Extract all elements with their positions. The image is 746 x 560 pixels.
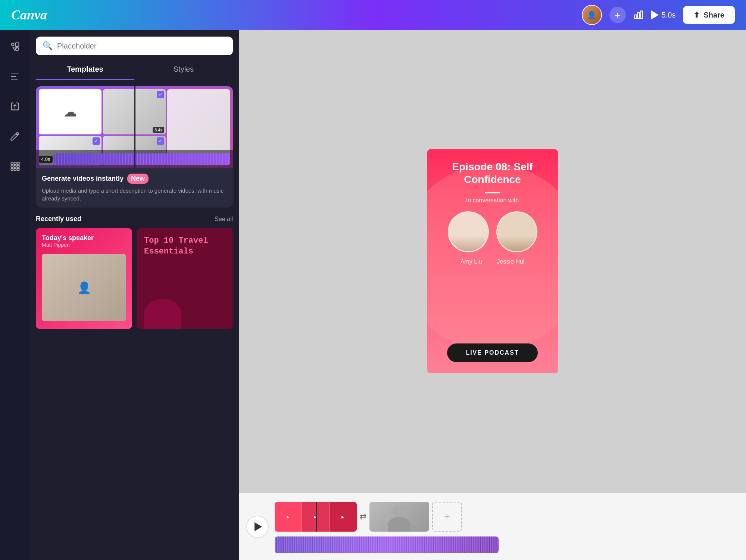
gen-video-title-text: Generate videos instantly — [42, 175, 124, 183]
panel-tabs: Templates Styles — [30, 60, 239, 80]
canvas-viewport: Episode 08: Self Confidence In conversat… — [239, 30, 746, 493]
svg-rect-12 — [17, 165, 19, 168]
timeline-wave — [54, 153, 230, 165]
timeline-waveform-track[interactable] — [275, 536, 499, 553]
sidebar-item-apps[interactable] — [6, 157, 24, 175]
preview-check-icon: ✓ — [157, 91, 164, 98]
timeline-thumb-person[interactable] — [369, 502, 429, 532]
svg-rect-9 — [17, 162, 19, 165]
preview-check-3: ✓ — [157, 137, 164, 145]
panel: 🔍 Templates Styles ☁ ✓ 8.4s — [30, 30, 239, 560]
podcast-cta-button[interactable]: LIVE PODCAST — [447, 343, 537, 362]
canva-logo: Canva — [11, 7, 47, 23]
person-silhouette — [388, 502, 411, 532]
card2-title: Top 10 Travel Essentials — [137, 228, 233, 264]
sidebar-item-draw[interactable] — [6, 127, 24, 146]
generate-video-card[interactable]: ☁ ✓ 8.4s ✓ 7.0s ✓ 15.0s — [36, 86, 233, 208]
playhead-line — [134, 86, 135, 168]
add-button[interactable]: + — [609, 7, 626, 23]
gen-video-description: Upload media and type a short descriptio… — [42, 187, 227, 202]
card1-subtitle: Matt Pippen — [42, 242, 126, 248]
recently-used-title: Recently used — [36, 215, 81, 223]
recent-card-2[interactable]: Top 10 Travel Essentials — [137, 228, 233, 329]
share-icon: ⬆ — [693, 10, 700, 19]
svg-rect-0 — [634, 15, 636, 18]
svg-rect-15 — [17, 168, 19, 171]
gen-video-title-row: Generate videos instantly New — [42, 174, 227, 184]
timeline-tracks: ▶ ▶ ▶ ⇄ — [275, 500, 739, 553]
tab-styles[interactable]: Styles — [134, 60, 233, 80]
svg-point-3 — [12, 43, 14, 46]
guest2-name: Jessie Hui — [497, 258, 524, 265]
podcast-avatars — [448, 211, 537, 252]
new-badge: New — [127, 174, 149, 184]
stats-button[interactable] — [633, 10, 644, 20]
preview-time-label: 4.0s — [39, 156, 53, 163]
play-button[interactable] — [246, 516, 269, 538]
svg-rect-1 — [637, 13, 639, 18]
preview-time-badge: 8.4s — [153, 127, 164, 133]
panel-content: ☁ ✓ 8.4s ✓ 7.0s ✓ 15.0s — [30, 80, 239, 560]
card2-blob — [144, 299, 181, 329]
search-bar: 🔍 — [36, 37, 233, 55]
timeline-video-track: ▶ ▶ ▶ ⇄ — [275, 500, 739, 533]
thumb-seg-3: ▶ — [330, 502, 357, 532]
preview-upload-cell: ☁ — [39, 89, 102, 134]
podcast-names: Amy Liu Jessie Hui — [461, 258, 525, 265]
sidebar-item-text[interactable] — [6, 67, 24, 86]
upload-icon: ☁ — [63, 104, 77, 120]
svg-rect-10 — [11, 165, 13, 168]
thumb2-inner — [369, 502, 429, 532]
svg-rect-11 — [14, 165, 16, 168]
svg-rect-13 — [11, 168, 13, 171]
gen-video-info: Generate videos instantly New Upload med… — [36, 168, 233, 208]
person-body — [388, 517, 411, 532]
user-avatar[interactable]: 👤 — [582, 5, 602, 25]
header-actions: 👤 + 5.0s ⬆ Share — [582, 5, 735, 25]
sidebar-item-elements[interactable] — [6, 37, 24, 56]
play-triangle-icon — [651, 10, 659, 19]
main-layout: 🔍 Templates Styles ☁ ✓ 8.4s — [0, 30, 746, 560]
tab-templates[interactable]: Templates — [36, 60, 134, 80]
podcast-subtitle: In conversation with — [466, 197, 519, 204]
recently-used-header: Recently used See all — [36, 215, 233, 223]
recent-grid: Today's speaker Matt Pippen 👤 Top 10 Tra… — [36, 228, 233, 329]
preview-play-button[interactable]: 5.0s — [651, 10, 676, 19]
see-all-button[interactable]: See all — [215, 216, 233, 223]
podcast-design-card[interactable]: Episode 08: Self Confidence In conversat… — [427, 149, 558, 373]
timeline-add-button[interactable]: + — [432, 502, 462, 532]
expand-icon[interactable]: ⇄ — [360, 512, 366, 522]
share-button[interactable]: ⬆ Share — [683, 6, 735, 24]
canvas-area: Episode 08: Self Confidence In conversat… — [239, 30, 746, 560]
header: Canva 👤 + 5.0s ⬆ Share — [0, 0, 746, 30]
person-head — [392, 505, 407, 516]
sidebar-item-upload[interactable] — [6, 97, 24, 116]
card1-image: 👤 — [42, 254, 126, 321]
search-icon: 🔍 — [43, 41, 53, 51]
gen-video-preview: ☁ ✓ 8.4s ✓ 7.0s ✓ 15.0s — [36, 86, 233, 168]
podcast-divider — [485, 192, 500, 193]
timeline-thumb-main[interactable]: ▶ ▶ ▶ — [275, 502, 357, 532]
thumb-seg-1: ▶ — [275, 502, 302, 532]
guest2-avatar — [496, 211, 537, 252]
svg-rect-7 — [11, 162, 13, 165]
svg-rect-4 — [15, 43, 19, 46]
svg-rect-14 — [14, 168, 16, 171]
preview-check-2: ✓ — [93, 137, 100, 145]
timeline-area: ▶ ▶ ▶ ⇄ — [239, 493, 746, 560]
waveform-visual — [275, 536, 499, 553]
guest1-name: Amy Liu — [461, 258, 482, 265]
search-input[interactable] — [57, 42, 226, 50]
recent-card-1[interactable]: Today's speaker Matt Pippen 👤 — [36, 228, 132, 329]
play-triangle-icon — [255, 522, 262, 531]
svg-rect-8 — [14, 162, 16, 165]
sidebar-icons — [0, 30, 30, 560]
guest1-avatar — [448, 211, 489, 252]
card1-title: Today's speaker Matt Pippen — [36, 228, 132, 254]
svg-rect-2 — [640, 11, 642, 19]
podcast-episode-title: Episode 08: Self Confidence — [435, 161, 550, 186]
thumb-playhead — [316, 502, 317, 532]
